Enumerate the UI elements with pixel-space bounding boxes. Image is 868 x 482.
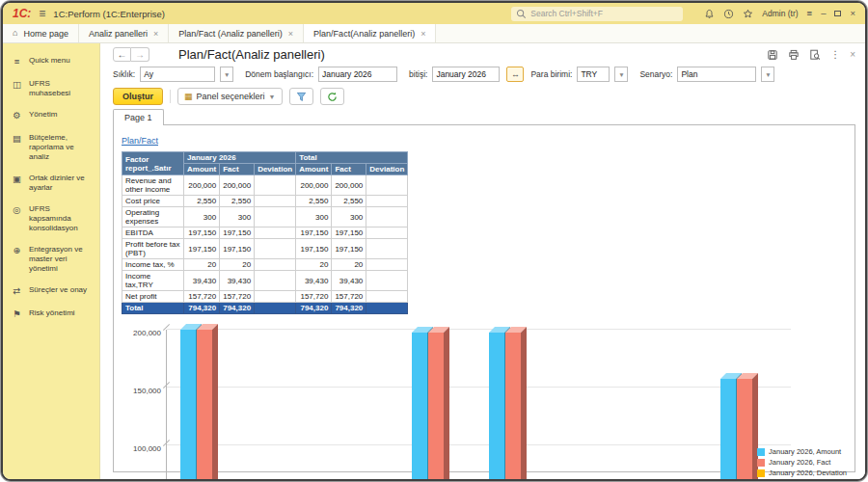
tab-home[interactable]: ⌂ Home page: [3, 24, 79, 42]
table-row[interactable]: Income tax, %20202020: [122, 259, 408, 271]
row-value: 200,000: [220, 175, 255, 196]
table-row[interactable]: Revenue and other income200,000200,00020…: [122, 175, 408, 196]
table-row[interactable]: Profit before tax (PBT)197,150197,150197…: [122, 239, 408, 259]
row-value: 20: [184, 259, 220, 271]
legend-label: January 2026, Deviation: [769, 469, 847, 477]
row-value: 2,550: [332, 196, 366, 207]
row-name: Profit before tax (PBT): [122, 239, 184, 259]
currency-dropdown-icon[interactable]: ▼: [614, 67, 628, 82]
frequency-label: Sıklık:: [113, 69, 135, 79]
save-icon[interactable]: [767, 49, 778, 61]
row-value: 39,430: [184, 271, 220, 291]
history-clock-icon[interactable]: [723, 9, 734, 19]
panel-options-button[interactable]: ▦ Panel seçenekleri ▼: [177, 88, 283, 105]
scenario-label: Senaryo:: [639, 69, 672, 79]
sidebar-item-7[interactable]: ⇄Süreçler ve onay: [3, 280, 99, 303]
generate-button[interactable]: Oluştur: [113, 88, 163, 105]
scenario-combo[interactable]: [677, 67, 756, 82]
row-value: 300: [296, 207, 332, 228]
sidebar-item-6[interactable]: ⊕Entegrasyon ve master veri yönetimi: [3, 239, 99, 280]
main-menu-icon[interactable]: ≡: [39, 8, 45, 19]
tab-label: Plan/Fact (Analiz panelleri): [178, 29, 283, 39]
y-axis-label: 150,000: [122, 387, 161, 395]
row-name: Income tax, %: [122, 259, 184, 271]
sidebar-item-5[interactable]: ◎UFRS kapsamında konsolidasyon: [3, 199, 99, 239]
frequency-combo[interactable]: [140, 67, 215, 82]
bar-face: [212, 324, 218, 481]
tab-item-1[interactable]: Plan/Fact (Analiz panelleri)×: [169, 24, 304, 42]
report-icon: ▤: [12, 133, 22, 145]
page-tab[interactable]: Page 1: [113, 109, 164, 125]
current-user[interactable]: Admin (tr): [762, 9, 798, 18]
back-button[interactable]: ←: [113, 47, 131, 62]
sidebar-item-3[interactable]: ▤Bütçeleme, raporlama ve analiz: [3, 127, 99, 168]
row-value: [366, 196, 408, 207]
col-group-header: Total: [296, 152, 408, 164]
sidebar-item-1[interactable]: ◫UFRS muhasebesi: [3, 73, 99, 104]
tab-item-0[interactable]: Analiz panelleri×: [79, 24, 169, 42]
sidebar: ≡Quick menu◫UFRS muhasebesi⚙Yönetim▤Bütç…: [3, 43, 99, 479]
filter-button[interactable]: [289, 88, 313, 105]
plan-fact-table: Factor report_.SatırJanuary 2026TotalAmo…: [122, 151, 408, 314]
row-value: [255, 291, 296, 303]
maximize-icon[interactable]: [834, 11, 841, 16]
main-area: ← → Plan/Fact(Analiz panelleri) ⋮ ×: [99, 43, 865, 479]
row-value: [255, 175, 296, 196]
period-range-icon[interactable]: ↔: [506, 67, 524, 82]
table-total-row[interactable]: Total794,320794,320794,320794,320: [122, 303, 408, 314]
currency-combo[interactable]: [577, 67, 610, 82]
table-row[interactable]: Operating expenses300300300300: [122, 207, 408, 228]
row-value: 197,150: [332, 228, 366, 239]
bar-face: [720, 379, 736, 481]
sidebar-item-label: Risk yönetimi: [29, 308, 75, 318]
sidebar-item-label: UFRS muhasebesi: [29, 79, 94, 98]
table-row[interactable]: EBITDA197,150197,150197,150197,150: [122, 228, 408, 239]
bar-face: [505, 333, 521, 481]
refresh-button[interactable]: [320, 88, 344, 105]
sidebar-item-2[interactable]: ⚙Yönetim: [3, 104, 99, 127]
chart-legend: January 2026, AmountJanuary 2026, FactJa…: [757, 445, 847, 479]
global-search-input[interactable]: Search Ctrl+Shift+F: [511, 7, 683, 21]
print-preview-icon[interactable]: [809, 49, 821, 61]
bar-face: [444, 327, 449, 481]
row-value: 20: [332, 259, 366, 271]
table-row[interactable]: Cost price2,5502,5502,5502,550: [122, 196, 408, 207]
row-value: 300: [332, 207, 366, 228]
sidebar-item-0[interactable]: ≡Quick menu: [3, 50, 99, 73]
form-close-icon[interactable]: ×: [850, 50, 855, 60]
row-value: [366, 228, 408, 239]
col-sub-header: Amount: [184, 164, 220, 175]
table-row[interactable]: Net profit157,720157,720157,720157,720: [122, 291, 408, 303]
frequency-dropdown-icon[interactable]: ▼: [220, 67, 233, 82]
favorites-star-icon[interactable]: [743, 9, 753, 19]
more-options-icon[interactable]: ⋮: [830, 50, 840, 60]
service-menu-icon[interactable]: ≡: [807, 9, 813, 18]
report-link[interactable]: Plan/Fact: [122, 136, 158, 146]
period-start-input[interactable]: [318, 67, 397, 82]
forward-button[interactable]: →: [131, 47, 149, 62]
tab-item-2[interactable]: Plan/Fact(Analiz panelleri)×: [304, 24, 436, 42]
row-value: 197,150: [296, 239, 332, 259]
1c-logo: 1С:: [13, 7, 31, 20]
print-icon[interactable]: [788, 49, 800, 61]
legend-item: January 2026, Deviation: [757, 469, 847, 477]
y-axis-label: 200,000: [122, 329, 161, 337]
period-end-input[interactable]: [432, 67, 500, 82]
minimize-icon[interactable]: –: [821, 9, 826, 18]
sidebar-item-8[interactable]: ⚑Risk yönetimi: [3, 303, 99, 326]
notifications-bell-icon[interactable]: [704, 9, 715, 19]
row-name: Cost price: [122, 196, 184, 207]
row-value: [366, 291, 408, 303]
row-name: EBITDA: [122, 228, 184, 239]
chevron-down-icon: ▼: [269, 94, 276, 100]
tab-close-icon[interactable]: ×: [153, 29, 158, 39]
sidebar-item-4[interactable]: ▣Ortak dizinler ve ayarlar: [3, 168, 99, 199]
window-close-icon[interactable]: ×: [850, 9, 855, 18]
table-row[interactable]: Income tax,TRY39,43039,43039,43039,430: [122, 271, 408, 291]
scenario-dropdown-icon[interactable]: ▼: [761, 67, 774, 82]
tab-close-icon[interactable]: ×: [420, 29, 425, 39]
gridline: [167, 444, 791, 445]
row-value: [366, 303, 408, 314]
tab-close-icon[interactable]: ×: [288, 29, 293, 39]
plan-fact-chart: 050,000100,000150,000200,000 January 202…: [122, 322, 847, 481]
